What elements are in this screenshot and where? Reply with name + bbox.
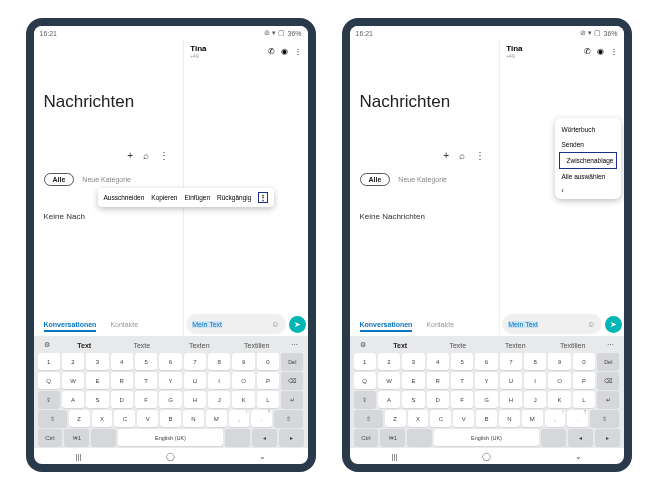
key-I[interactable]: I	[208, 372, 230, 389]
key-O[interactable]: O	[232, 372, 254, 389]
key-left[interactable]: ◂	[568, 429, 593, 446]
suggestion-1[interactable]: Text	[372, 342, 430, 349]
key-0[interactable]: 0	[257, 353, 279, 370]
key-P[interactable]: P	[573, 372, 595, 389]
key-right[interactable]: ▸	[595, 429, 620, 446]
suggestion-4[interactable]: Textilien	[544, 342, 602, 349]
key-T[interactable]: T	[451, 372, 473, 389]
key-lang-switch[interactable]	[407, 429, 432, 446]
key-J[interactable]: J	[524, 391, 546, 408]
nav-recents-icon[interactable]: |||	[75, 452, 81, 461]
suggestion-2[interactable]: Texte	[113, 342, 171, 349]
key-2[interactable]: 2	[62, 353, 84, 370]
key-Y[interactable]: Y	[475, 372, 497, 389]
filter-new-category[interactable]: Neue Kategorie	[398, 176, 447, 183]
key-shift-r[interactable]: ⇧	[590, 410, 619, 427]
key-U[interactable]: U	[500, 372, 522, 389]
emoji-icon[interactable]: ☺	[587, 320, 595, 329]
key-W[interactable]: W	[378, 372, 400, 389]
key-delete[interactable]: Del	[597, 353, 619, 370]
key-ctrl[interactable]: Ctrl	[38, 429, 63, 446]
tab-conversations[interactable]: Konversationen	[44, 321, 97, 332]
key-right[interactable]: ▸	[279, 429, 304, 446]
key-3[interactable]: 3	[86, 353, 108, 370]
nav-back-icon[interactable]: ⌄	[259, 452, 266, 461]
ctx-select-all[interactable]: Alle auswählen	[555, 169, 621, 184]
key-period[interactable]: .?	[567, 410, 588, 427]
key-L[interactable]: L	[573, 391, 595, 408]
key-backspace[interactable]: ⌫	[281, 372, 303, 389]
key-0[interactable]: 0	[573, 353, 595, 370]
key-2[interactable]: 2	[378, 353, 400, 370]
search-icon[interactable]: ⌕	[143, 150, 149, 161]
compose-icon[interactable]: +	[127, 150, 133, 161]
key-P[interactable]: P	[257, 372, 279, 389]
key-8[interactable]: 8	[524, 353, 546, 370]
profile-icon[interactable]: ◉	[597, 47, 604, 56]
key-F[interactable]: F	[451, 391, 473, 408]
key-5[interactable]: 5	[451, 353, 473, 370]
key-9[interactable]: 9	[232, 353, 254, 370]
profile-icon[interactable]: ◉	[281, 47, 288, 56]
key-E[interactable]: E	[86, 372, 108, 389]
nav-recents-icon[interactable]: |||	[391, 452, 397, 461]
ctx-copy[interactable]: Kopieren	[151, 194, 177, 201]
key-comma[interactable]: ,!	[229, 410, 250, 427]
filter-all-chip[interactable]: Alle	[360, 173, 391, 186]
key-O[interactable]: O	[548, 372, 570, 389]
key-M[interactable]: M	[522, 410, 543, 427]
nav-home-icon[interactable]: ◯	[482, 452, 491, 461]
key-K[interactable]: K	[232, 391, 254, 408]
key-symbols[interactable]: !#1	[64, 429, 89, 446]
ctx-dictionary[interactable]: Wörterbuch	[555, 122, 621, 137]
search-icon[interactable]: ⌕	[459, 150, 465, 161]
key-C[interactable]: C	[430, 410, 451, 427]
ctx-paste[interactable]: Einfügen	[184, 194, 210, 201]
key-ctrl[interactable]: Ctrl	[354, 429, 379, 446]
message-input[interactable]: Mein Text ☺	[502, 314, 601, 334]
send-button[interactable]: ➤	[605, 316, 622, 333]
kbd-more-icon[interactable]: ⋯	[286, 341, 304, 349]
key-H[interactable]: H	[184, 391, 206, 408]
key-shift[interactable]: ⇧	[354, 410, 383, 427]
key-enter[interactable]: ↵	[597, 391, 619, 408]
key-B[interactable]: B	[476, 410, 497, 427]
ctx-send[interactable]: Senden	[555, 137, 621, 152]
key-delete[interactable]: Del	[281, 353, 303, 370]
suggestion-2[interactable]: Texte	[429, 342, 487, 349]
key-G[interactable]: G	[159, 391, 181, 408]
key-7[interactable]: 7	[184, 353, 206, 370]
key-5[interactable]: 5	[135, 353, 157, 370]
ctx-more-icon[interactable]: ⋮	[258, 192, 268, 203]
selected-text[interactable]: Mein Text	[192, 321, 222, 328]
key-shift[interactable]: ⇧	[38, 410, 67, 427]
key-7[interactable]: 7	[500, 353, 522, 370]
call-icon[interactable]: ✆	[584, 47, 591, 56]
key-S[interactable]: S	[402, 391, 424, 408]
key-X[interactable]: X	[408, 410, 429, 427]
filter-new-category[interactable]: Neue Kategorie	[82, 176, 131, 183]
chat-more-icon[interactable]: ⋮	[294, 47, 302, 56]
key-6[interactable]: 6	[475, 353, 497, 370]
key-S[interactable]: S	[86, 391, 108, 408]
kbd-settings-icon[interactable]: ⚙	[38, 341, 56, 349]
key-N[interactable]: N	[183, 410, 204, 427]
key-space[interactable]: English (UK)	[118, 429, 223, 446]
ctx-cut[interactable]: Ausschneiden	[104, 194, 145, 201]
key-R[interactable]: R	[111, 372, 133, 389]
key-Z[interactable]: Z	[385, 410, 406, 427]
nav-back-icon[interactable]: ⌄	[575, 452, 582, 461]
nav-home-icon[interactable]: ◯	[166, 452, 175, 461]
ctx-clipboard[interactable]: Zwischenablage	[559, 152, 617, 169]
key-K[interactable]: K	[548, 391, 570, 408]
key-1[interactable]: 1	[354, 353, 376, 370]
key-Q[interactable]: Q	[354, 372, 376, 389]
key-A[interactable]: A	[378, 391, 400, 408]
tab-contacts[interactable]: Kontakte	[110, 321, 138, 332]
emoji-icon[interactable]: ☺	[271, 320, 279, 329]
contact-name[interactable]: Tina	[506, 44, 522, 53]
key-1[interactable]: 1	[38, 353, 60, 370]
suggestion-4[interactable]: Textilien	[228, 342, 286, 349]
key-space[interactable]: English (UK)	[434, 429, 539, 446]
key-Q[interactable]: Q	[38, 372, 60, 389]
